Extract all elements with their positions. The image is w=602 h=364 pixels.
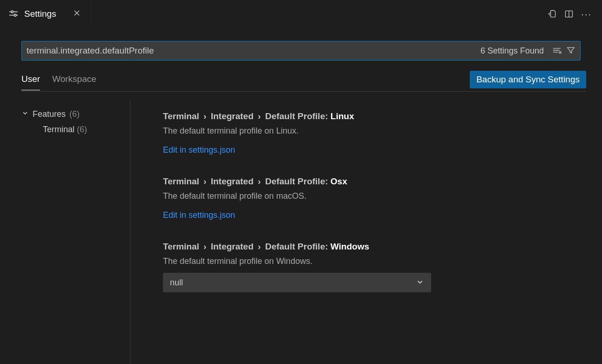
backup-sync-button[interactable]: Backup and Sync Settings — [470, 71, 586, 88]
setting-title: Terminal › Integrated › Default Profile:… — [163, 242, 583, 252]
clear-search-icon[interactable] — [552, 46, 561, 56]
editor-actions: ··· — [548, 9, 602, 19]
tab-label: Settings — [24, 9, 56, 19]
filter-icon[interactable] — [566, 46, 575, 56]
more-actions-icon[interactable]: ··· — [581, 9, 592, 19]
chevron-down-icon — [21, 109, 29, 119]
setting-default-profile-windows: Terminal › Integrated › Default Profile:… — [163, 242, 583, 292]
toc-group-label: Features — [33, 109, 66, 119]
toc-group-features[interactable]: Features (6) — [21, 108, 130, 121]
setting-description: The default terminal profile on Windows. — [163, 256, 583, 266]
setting-description: The default terminal profile on macOS. — [163, 191, 583, 201]
open-settings-json-icon[interactable] — [548, 9, 557, 19]
search-actions — [548, 46, 580, 56]
settings-sliders-icon — [8, 8, 19, 20]
toc-item-label: Terminal — [43, 125, 74, 134]
scope-tab-user[interactable]: User — [21, 72, 40, 90]
settings-list: Terminal › Integrated › Default Profile:… — [130, 100, 602, 364]
edit-in-settings-json-link[interactable]: Edit in settings.json — [163, 145, 235, 155]
setting-description: The default terminal profile on Linux. — [163, 126, 583, 136]
setting-default-profile-linux: Terminal › Integrated › Default Profile:… — [163, 111, 583, 155]
scope-tabs: User Workspace — [21, 72, 96, 90]
scope-row: User Workspace Backup and Sync Settings — [21, 71, 586, 92]
setting-default-profile-osx: Terminal › Integrated › Default Profile:… — [163, 176, 583, 220]
scope-tab-workspace[interactable]: Workspace — [52, 72, 96, 90]
editor-tab-group: Settings — [0, 0, 91, 28]
chevron-down-icon — [416, 278, 424, 288]
toc-item-terminal[interactable]: Terminal (6) — [21, 121, 130, 135]
setting-title: Terminal › Integrated › Default Profile:… — [163, 176, 583, 187]
setting-title: Terminal › Integrated › Default Profile:… — [163, 111, 583, 121]
tab-settings[interactable]: Settings — [0, 0, 91, 28]
edit-in-settings-json-link[interactable]: Edit in settings.json — [163, 210, 235, 220]
svg-point-1 — [11, 11, 13, 13]
results-count-label: 6 Settings Found — [477, 46, 548, 56]
svg-point-3 — [14, 14, 16, 16]
settings-body: Features (6) Terminal (6) Terminal › Int… — [0, 100, 602, 364]
settings-editor: 6 Settings Found User Workspace Backup a… — [0, 41, 602, 364]
toc-group-count: (6) — [69, 109, 80, 119]
split-editor-icon[interactable] — [564, 9, 574, 19]
setting-dropdown-value: null — [170, 278, 183, 288]
settings-search-input[interactable] — [22, 41, 477, 60]
settings-toc: Features (6) Terminal (6) — [0, 100, 130, 364]
setting-dropdown[interactable]: null — [163, 273, 431, 292]
toc-item-count: (6) — [77, 125, 87, 134]
close-icon[interactable] — [71, 7, 82, 21]
settings-search-container: 6 Settings Found — [21, 41, 581, 61]
title-bar: Settings ··· — [0, 0, 602, 28]
